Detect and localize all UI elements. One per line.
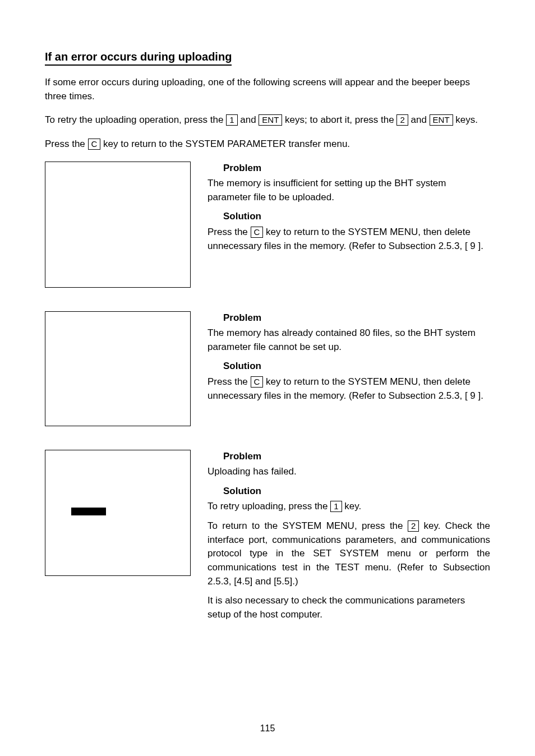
text-fragment: keys; to abort it, press the: [282, 114, 396, 125]
key-c: C: [88, 139, 101, 150]
solution-label: Solution: [223, 485, 490, 499]
error-block-1: Problem The memory is insufficient for s…: [45, 162, 490, 288]
problem-text: The memory has already contained 80 file…: [207, 326, 490, 354]
problem-text: Uploading has failed.: [207, 465, 490, 479]
solution-text-2: To return to the SYSTEM MENU, press the …: [207, 519, 490, 588]
press-c-paragraph: Press the C key to return to the SYSTEM …: [45, 137, 490, 151]
section-heading: If an error occurs during uploading: [45, 50, 232, 66]
solution-text: Press the C key to return to the SYSTEM …: [207, 225, 490, 253]
error-block-3: Problem Uploading has failed. Solution T…: [45, 450, 490, 628]
retry-paragraph: To retry the uploading operation, press …: [45, 113, 490, 127]
intro-paragraph: If some error occurs during uploading, o…: [45, 76, 490, 103]
redacted-bar: [71, 508, 106, 515]
page-number: 115: [0, 723, 535, 734]
description: Problem The memory has already contained…: [207, 311, 490, 409]
text-fragment: and: [238, 114, 259, 125]
solution-text-3: It is also necessary to check the commun…: [207, 594, 490, 621]
description: Problem The memory is insufficient for s…: [207, 162, 490, 259]
text-fragment: To return to the SYSTEM MENU, press the: [207, 520, 408, 531]
text-fragment: Press the: [45, 139, 88, 149]
solution-text: Press the C key to return to the SYSTEM …: [207, 375, 490, 403]
key-one: 1: [226, 114, 237, 126]
error-block-2: Problem The memory has already contained…: [45, 311, 490, 426]
solution-label: Solution: [223, 210, 490, 224]
key-one: 1: [330, 501, 342, 512]
solution-text-1: To retry uploading, press the 1 key.: [207, 500, 490, 514]
key-c: C: [251, 227, 264, 238]
problem-text: The memory is insufficient for setting u…: [207, 177, 490, 204]
text-fragment: key.: [342, 501, 362, 511]
problem-label: Problem: [223, 162, 490, 176]
text-fragment: and: [408, 114, 430, 125]
key-c: C: [251, 376, 264, 388]
text-fragment: To retry uploading, press the: [207, 501, 330, 511]
problem-label: Problem: [223, 450, 490, 464]
solution-label: Solution: [223, 359, 490, 374]
screen-placeholder: [45, 450, 191, 576]
screen-placeholder: [45, 311, 191, 426]
description: Problem Uploading has failed. Solution T…: [207, 450, 490, 628]
text-fragment: To retry the uploading operation, press …: [45, 114, 226, 125]
problem-label: Problem: [223, 311, 490, 325]
key-ent: ENT: [430, 114, 453, 126]
key-two: 2: [396, 114, 408, 126]
text-fragment: Press the: [207, 227, 251, 237]
text-fragment: Press the: [207, 376, 251, 387]
text-fragment: keys.: [453, 114, 478, 125]
screen-placeholder: [45, 162, 191, 288]
text-fragment: key to return to the SYSTEM PARAMETER tr…: [100, 139, 350, 149]
key-two: 2: [408, 520, 419, 532]
key-ent: ENT: [259, 114, 282, 126]
